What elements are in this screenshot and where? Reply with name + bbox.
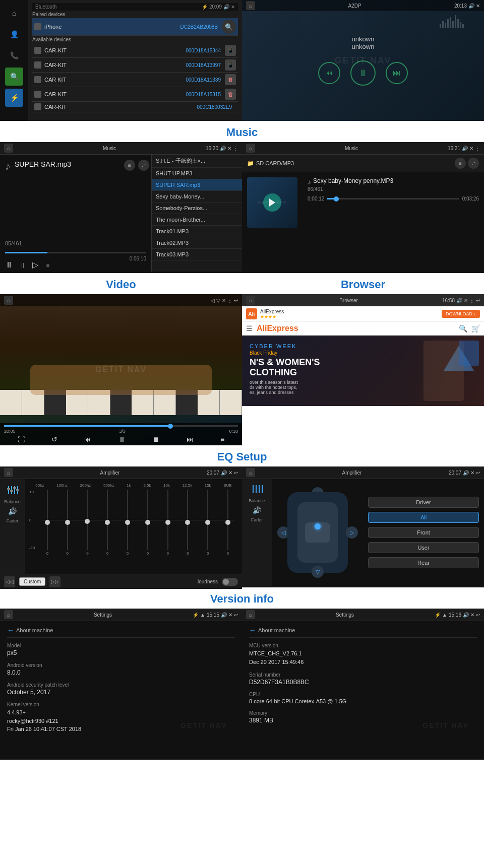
contacts-sidebar-icon[interactable]: 👤 [5,25,23,43]
browser-ali-title: AliExpress [257,324,298,333]
delete-btn-2[interactable]: 📱 [225,59,236,71]
version2-serial-value: D52D67F3A1B0B8BC [249,679,477,686]
playlist-item-7[interactable]: Track02.MP3 [152,237,242,249]
fader-user-btn[interactable]: User [368,542,479,553]
bluetooth-sidebar-icon[interactable]: ⚡ [5,89,23,107]
playlist-item-3[interactable]: Sexy baby-Money... [152,191,242,203]
search-sidebar-icon[interactable]: 🔍 [5,68,23,86]
fader-down-btn[interactable]: ▽ [312,566,324,578]
eq-topbar: ⌂ Amplifier 20:07 🔊 ✕ ↩ [0,466,242,479]
playlist-item-6[interactable]: Track01.MP3 [152,226,242,237]
fader-rear-btn[interactable]: Rear [368,557,479,568]
music2-path: 📁 SD CARD/MP3 [247,160,294,167]
video-progress-bar[interactable] [4,425,238,427]
eq-slider-60hz[interactable] [47,490,48,550]
available-device-2[interactable]: CAR-KIT 000D18A13997 📱 [32,58,238,73]
music1-playlist-btn[interactable]: ≡ [46,262,49,268]
playlist-item-8[interactable]: Track03.MP3 [152,249,242,260]
music1-eq-btn[interactable]: ≡ [124,160,135,171]
eq-loudness-toggle[interactable] [222,578,238,586]
version2-breadcrumb-text: About machine [258,627,295,633]
version1-top-icons: ⚡ ▲ 15:15 🔊 ✕ ↩ [193,612,238,618]
music2-note-icon: ♪ [308,178,311,186]
music2-eq-btn[interactable]: ≡ [455,158,466,169]
video-next-btn[interactable]: ⏭ [187,435,194,443]
video-play-btn[interactable]: ⏸ [118,435,126,443]
browser-top-icons: 16:58 🔊 ✕ ⋮ ↩ [442,298,480,303]
available-device-5[interactable]: CAR-KIT 000C180032E9 [32,102,238,112]
video-playlist-btn[interactable]: ≡ [220,435,224,443]
video-prev-btn[interactable]: ⏮ [84,435,91,443]
eq-slider-15k[interactable] [207,490,208,550]
playlist-item-4[interactable]: Somebody-Perzios... [152,203,242,214]
phone-sidebar-icon[interactable]: 📞 [5,46,23,64]
banner-clothing-title: N'S & WOMEN'S CLOTHING [250,358,320,378]
eq-slider-500hz[interactable] [107,490,108,550]
version2-home-btn[interactable]: ⌂ [246,610,255,619]
eq-slider-10k[interactable] [167,490,168,550]
fader-driver-btn[interactable]: Driver [368,497,479,508]
available-device-1[interactable]: CAR-KIT 000D18A15344 📱 [32,43,238,58]
banner-sub2: es, jeans and dresses [250,390,320,395]
delete-btn-3[interactable]: 🗑 [225,74,236,85]
music2-menu-icon: ⋮ [475,146,480,151]
version1-home-btn[interactable]: ⌂ [4,610,13,619]
version1-back-btn[interactable]: ← [7,626,14,634]
version2-back-icon: ↩ [476,612,480,618]
version2-memory-value: 3891 MB [249,717,477,724]
delete-btn-4[interactable]: 🗑 [225,89,236,100]
music2-progress-bar[interactable] [327,198,459,199]
fader-all-btn[interactable]: All [368,512,479,523]
browser-home-btn[interactable]: ⌂ [246,296,255,305]
version1-security-item: Android security patch level October 5, … [7,682,235,696]
music1-pause-btn[interactable]: ⏸ [5,260,13,270]
video-fullscreen-btn[interactable]: ⛶ [18,435,25,443]
banner-blue-box [459,341,479,366]
ali-download-btn[interactable]: DOWNLOAD ↓ [442,310,480,318]
eq-slider-200hz[interactable] [87,490,88,550]
available-device-4[interactable]: CAR-KIT 000D18A15315 🗑 [32,87,238,102]
bt-search-button[interactable]: 🔍 [222,20,236,34]
music2-home-btn[interactable]: ⌂ [246,144,255,153]
video-repeat-btn[interactable]: ↺ [51,435,57,443]
eq-slider-12k5[interactable] [187,490,188,550]
version2-back-btn[interactable]: ← [249,626,256,634]
eq-home-btn[interactable]: ⌂ [4,468,13,477]
playlist-item-0[interactable]: S.H.E - 千纸鹤土×... [152,155,242,168]
music1-home-btn[interactable]: ⌂ [4,144,13,153]
delete-btn-1[interactable]: 📱 [225,45,236,56]
fader-front-btn[interactable]: Front [368,527,479,538]
paired-device-iphone[interactable]: iPhone DC2B2AB2008B 🔍 [32,18,238,36]
playlist-item-2[interactable]: SUPER SAR.mp3 [152,179,242,191]
playlist-item-5[interactable]: The moon-Brother... [152,214,242,226]
eq-prev-btn[interactable]: ◁◁ [4,576,15,587]
freq-200hz: 200hz [80,483,91,488]
video-stop-btn[interactable]: ⏹ [152,435,159,443]
eq-slider-sub[interactable] [227,490,228,550]
eq-slider-2k5[interactable] [147,490,148,550]
a2dp-vol-icon: 🔊 [468,3,474,9]
fader-right-btn[interactable]: ▷ [346,526,358,539]
browser-search-icon[interactable]: 🔍 [459,324,467,332]
music1-progress-bar[interactable] [5,252,146,253]
eq-preset-btn[interactable]: Custom [19,577,45,586]
available-device-3[interactable]: CAR KIT 000D18A11339 🗑 [32,73,238,87]
music1-next-btn[interactable]: ▷ [32,260,38,270]
fader-home-btn[interactable]: ⌂ [246,468,255,477]
home-sidebar-icon[interactable]: ⌂ [5,4,23,22]
eq-val-4: 0 [106,551,108,556]
eq-next-btn[interactable]: ▷▷ [49,576,60,587]
music2-list-btn[interactable]: ⇌ [468,158,479,169]
browser-cart-icon[interactable]: 🛒 [471,324,480,332]
music1-stop-btn[interactable]: || [21,262,24,268]
music1-list-btn[interactable]: ⇌ [138,160,149,171]
a2dp-home-btn[interactable]: ⌂ [246,1,255,10]
car-diagram [287,492,348,573]
video-home-btn[interactable]: ⌂ [4,296,13,305]
version2-serial-item: Serial number D52D67F3A1B0B8BC [249,672,477,686]
playlist-item-1[interactable]: SHUT UP.MP3 [152,168,242,179]
hamburger-icon[interactable]: ☰ [246,324,253,332]
video-background: GETIT NAV [0,294,242,445]
eq-slider-1k[interactable] [127,490,128,550]
eq-slider-100hz[interactable] [67,490,68,550]
